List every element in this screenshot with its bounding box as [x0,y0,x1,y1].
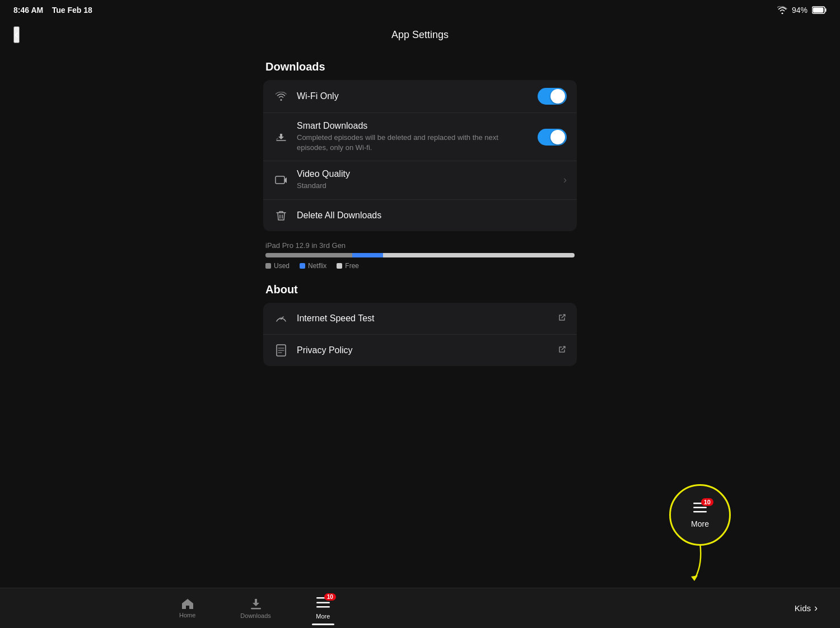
annotation-circle: 10 More [669,484,731,546]
storage-used-bar [265,253,352,257]
kids-button[interactable]: Kids › [795,602,818,614]
delete-downloads-label: Delete All Downloads [297,210,567,221]
privacy-policy-icon [273,343,289,358]
video-quality-chevron: › [563,174,567,186]
svg-rect-11 [316,602,330,604]
privacy-policy-text: Privacy Policy [297,345,558,355]
wifi-only-text: Wi-Fi Only [297,91,538,101]
speed-test-external-icon [558,313,567,324]
annotation-arrow [683,543,717,582]
smart-downloads-text: Smart Downloads Completed episodes will … [297,121,531,153]
speed-test-icon [273,311,289,326]
nav-items: Home Downloads 10 More [179,597,330,620]
wifi-icon [273,88,289,104]
downloads-icon [250,597,262,611]
storage-bar [265,253,575,257]
about-card: Internet Speed Test [263,303,577,366]
annotation-container: 10 More [669,484,731,582]
speed-test-text: Internet Speed Test [297,313,558,324]
video-quality-row[interactable]: Video Quality Standard › [263,161,577,199]
storage-section: iPad Pro 12.9 in 3rd Gen Used Netflix Fr… [263,236,577,270]
svg-rect-7 [693,511,707,513]
storage-legend: Used Netflix Free [265,262,575,270]
smart-downloads-toggle[interactable] [538,129,567,146]
nav-home-label: Home [179,612,195,618]
kids-label: Kids [795,603,811,613]
nav-item-more[interactable]: 10 More [316,597,330,620]
about-section: About Internet Speed Test [263,283,577,371]
trash-icon [273,208,289,223]
smart-downloads-label: Smart Downloads [297,121,531,131]
nav-downloads-label: Downloads [240,612,270,619]
video-quality-label: Video Quality [297,169,563,179]
page-title: App Settings [391,29,449,41]
about-section-title: About [263,283,577,296]
speed-test-label: Internet Speed Test [297,313,558,324]
storage-device: iPad Pro 12.9 in 3rd Gen [265,241,575,250]
video-quality-icon [273,172,289,188]
delete-downloads-text: Delete All Downloads [297,210,567,221]
nav-more-label: More [316,613,330,620]
annotation-label: More [691,519,709,528]
bottom-nav: Home Downloads 10 More Kids [0,588,840,628]
annotation-badge: 10 [701,498,713,506]
more-badge: 10 [324,593,336,601]
smart-downloads-row: Smart Downloads Completed episodes will … [263,113,577,161]
nav-item-home[interactable]: Home [179,598,195,618]
legend-netflix: Netflix [300,262,326,270]
legend-used: Used [265,262,290,270]
wifi-only-toggle[interactable] [538,88,567,105]
storage-free-bar [383,253,575,257]
wifi-status-icon [777,6,787,14]
svg-rect-9 [251,608,261,610]
storage-netflix-bar [352,253,383,257]
delete-downloads-row[interactable]: Delete All Downloads [263,200,577,231]
svg-rect-3 [276,176,284,184]
svg-rect-1 [825,8,827,12]
status-right: 94% [777,6,827,15]
used-dot [265,263,271,269]
svg-rect-6 [693,507,707,509]
smart-downloads-sublabel: Completed episodes will be deleted and r… [297,133,531,153]
privacy-policy-external-icon [558,345,567,355]
smart-download-icon [273,129,289,145]
back-button[interactable]: ‹ [13,26,20,43]
annotation-more-icon: 10 [692,502,708,517]
kids-chevron: › [814,602,818,614]
battery-icon [812,6,827,14]
downloads-section-title: Downloads [263,60,577,73]
downloads-section: Downloads Wi-Fi Only [263,60,577,270]
video-quality-sublabel: Standard [297,181,563,191]
privacy-policy-row[interactable]: Privacy Policy [263,335,577,366]
status-time: 8:46 AM Tue Feb 18 [13,6,92,15]
svg-marker-8 [691,575,698,581]
speed-test-row[interactable]: Internet Speed Test [263,303,577,335]
netflix-dot [300,263,305,269]
privacy-policy-label: Privacy Policy [297,345,558,355]
legend-free: Free [337,262,359,270]
downloads-card: Wi-Fi Only Smart Downloads Compl [263,80,577,231]
top-nav: ‹ App Settings [0,20,840,49]
free-dot [337,263,342,269]
svg-rect-2 [813,8,824,13]
nav-item-downloads[interactable]: Downloads [240,597,270,619]
status-bar: 8:46 AM Tue Feb 18 94% [0,0,840,20]
battery-level: 94% [792,6,808,15]
wifi-only-row: Wi-Fi Only [263,80,577,113]
svg-rect-12 [316,606,330,608]
wifi-only-label: Wi-Fi Only [297,91,538,101]
home-icon [181,598,194,610]
video-quality-text: Video Quality Standard [297,169,563,191]
